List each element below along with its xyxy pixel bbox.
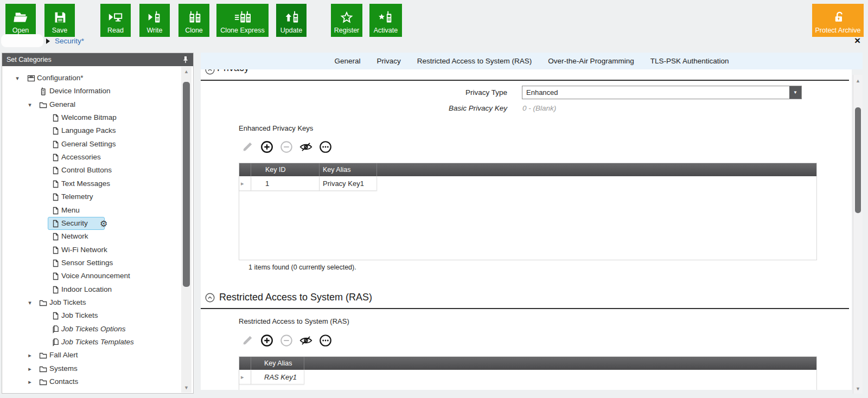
sidebar-item-accessories[interactable]: Accessories (3, 151, 179, 163)
save-button[interactable]: Save (44, 4, 75, 37)
read-button[interactable]: Read (100, 4, 131, 37)
chevron-collapsed-icon[interactable]: ▸ (27, 378, 33, 386)
sidebar-item-job-tickets-options[interactable]: Job Tickets Options (3, 323, 179, 335)
scroll-down-icon[interactable]: ▼ (181, 385, 192, 390)
table-row[interactable]: ▸RAS Key1 (239, 370, 816, 384)
tab-tls-psk-authentication[interactable]: TLS-PSK Authentication (650, 57, 729, 65)
sidebar-item-telemetry[interactable]: Telemetry (3, 191, 179, 203)
enhanced-keys-edit-icon (240, 139, 254, 154)
privacy-type-dropdown[interactable]: Enhanced ▼ (522, 86, 802, 99)
tab-over-the-air-programming[interactable]: Over-the-Air Programming (548, 57, 634, 65)
sidebar-item-configuration-[interactable]: ▾Configuration* (3, 72, 179, 84)
sidebar-scrollbar[interactable]: ▲ ▼ (181, 67, 192, 393)
sidebar-item-voice-announcement[interactable]: Voice Announcement (3, 270, 179, 282)
ras-more-icon[interactable] (318, 333, 333, 348)
write-button[interactable]: Write (139, 4, 170, 37)
scroll-up-icon[interactable]: ▲ (853, 78, 863, 84)
set-categories-panel: Set Categories ▾Configuration*Device Inf… (2, 53, 194, 394)
column-header-key-alias[interactable]: Key Alias (320, 163, 377, 176)
folder-icon (39, 298, 48, 307)
enhanced-keys-add-icon[interactable] (259, 139, 274, 154)
sidebar-item-contacts[interactable]: ▸Contacts (3, 376, 179, 388)
sidebar-item-job-tickets[interactable]: Job Tickets (3, 310, 179, 322)
sidebar-item-menu[interactable]: Menu (3, 204, 179, 216)
sidebar-item-sensor-settings[interactable]: Sensor Settings (3, 257, 179, 269)
chevron-expanded-icon[interactable]: ▾ (14, 75, 21, 82)
column-header-key-id[interactable]: Key ID (251, 163, 320, 176)
sidebar-item-indoor-location[interactable]: Indoor Location (3, 284, 179, 296)
sidebar-item-language-packs[interactable]: Language Packs (3, 125, 179, 137)
sidebar-item-label: Device Information (49, 85, 111, 97)
sidebar-item-job-tickets-templates[interactable]: Job Tickets Templates (3, 336, 179, 348)
archive-box-icon (27, 74, 36, 83)
grid-header-row: Key Alias (239, 357, 816, 370)
ras-toolbar (240, 333, 333, 348)
enhanced-keys-more-icon[interactable] (318, 139, 333, 154)
close-icon[interactable]: × (854, 35, 860, 46)
ras-add-icon[interactable] (259, 333, 274, 348)
register-icon (339, 8, 355, 27)
tab-restricted-access-to-system-ras-[interactable]: Restricted Access to System (RAS) (417, 57, 532, 65)
register-button[interactable]: Register (331, 4, 362, 37)
content-scroll-thumb[interactable] (855, 107, 861, 213)
sidebar-item-general-settings[interactable]: General Settings (3, 138, 179, 150)
breadcrumb-current-tab[interactable]: Security* (55, 37, 84, 45)
privacy-type-value: Enhanced (522, 88, 789, 97)
sidebar-item-welcome-bitmap[interactable]: Welcome Bitmap (3, 112, 179, 124)
content-scrollbar[interactable]: ▲ ▼ (853, 75, 863, 394)
row-header-cell[interactable]: ▸ (239, 370, 251, 384)
sidebar-scroll-thumb[interactable] (183, 82, 190, 287)
chevron-collapsed-icon[interactable]: ▸ (27, 352, 33, 359)
sidebar-item-control-buttons[interactable]: Control Buttons (3, 164, 179, 176)
collapse-section-icon[interactable] (205, 69, 215, 77)
scroll-down-icon[interactable]: ▼ (853, 386, 863, 391)
sidebar-item-systems[interactable]: ▸Systems (3, 363, 179, 375)
chevron-collapsed-icon[interactable]: ▸ (27, 365, 33, 373)
chevron-expanded-icon[interactable]: ▾ (27, 299, 33, 306)
table-cell[interactable]: RAS Key1 (251, 370, 304, 384)
sidebar-item-label: Network (61, 230, 88, 242)
sidebar-item-security[interactable]: Security⚙ (3, 217, 179, 229)
sidebar-item-fall-alert[interactable]: ▸Fall Alert (3, 349, 179, 361)
sidebar-item-device-information[interactable]: Device Information (3, 85, 179, 97)
collapse-section-icon[interactable] (205, 293, 215, 303)
enhanced-keys-hide-icon[interactable] (298, 139, 313, 154)
sidebar-item-label: Language Packs (61, 125, 116, 137)
folder-icon (39, 364, 48, 374)
table-cell[interactable]: 1 (251, 176, 320, 191)
grid-header-row: Key IDKey Alias (239, 163, 816, 176)
tab-general[interactable]: General (335, 57, 361, 65)
chevron-expanded-icon[interactable]: ▾ (27, 101, 33, 108)
enhanced-keys-remove-icon (279, 139, 293, 154)
open-button[interactable]: Open (5, 4, 36, 37)
sidebar-item-general[interactable]: ▾General (3, 99, 179, 111)
folder-icon (39, 377, 48, 387)
enhanced-keys-grid: Key IDKey Alias▸1Privacy Key1 (239, 163, 817, 260)
sidebar-item-text-messages[interactable]: Text Messages (3, 178, 179, 190)
clone-express-button[interactable]: Clone Express (216, 4, 269, 37)
sidebar-item-wi-fi-network[interactable]: Wi-Fi Network (3, 244, 179, 256)
column-header-key-alias[interactable]: Key Alias (251, 357, 304, 370)
redacted-device-tab[interactable] (1, 34, 43, 47)
update-button[interactable]: Update (276, 4, 307, 37)
category-tree: ▾Configuration*Device Information▾Genera… (3, 67, 179, 393)
grid-select-all-header[interactable] (239, 357, 251, 370)
table-cell[interactable]: Privacy Key1 (320, 176, 377, 191)
pin-icon[interactable] (182, 56, 189, 63)
sidebar-item-label: Systems (49, 363, 78, 375)
privacy-section-title: Privacy (217, 69, 249, 74)
sidebar-item-network[interactable]: Network (3, 230, 179, 242)
activate-button[interactable]: Activate (369, 4, 402, 37)
protect-archive-button[interactable]: Protect Archive (812, 4, 864, 37)
ras-hide-icon[interactable] (298, 333, 313, 348)
table-row[interactable]: ▸1Privacy Key1 (239, 176, 816, 191)
row-header-cell[interactable]: ▸ (239, 176, 251, 191)
scroll-up-icon[interactable]: ▲ (181, 69, 192, 74)
grid-select-all-header[interactable] (239, 163, 251, 176)
toolbar-button-label: Save (52, 27, 68, 34)
dropdown-arrow-icon[interactable]: ▼ (789, 86, 801, 99)
clone-button[interactable]: Clone (178, 4, 209, 37)
sidebar-item-job-tickets[interactable]: ▾Job Tickets (3, 297, 179, 309)
tab-privacy[interactable]: Privacy (377, 57, 401, 65)
row-marker-icon: ▸ (239, 180, 244, 187)
